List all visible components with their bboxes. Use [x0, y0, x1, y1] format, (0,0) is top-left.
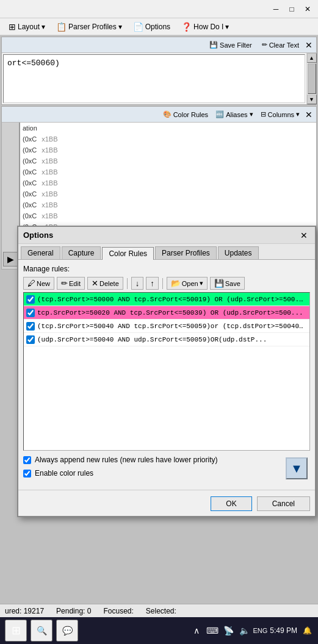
new-rule-label: New: [37, 280, 50, 287]
captured-label: ured:: [5, 607, 24, 615]
menu-parser-profiles-label: Parser Profiles: [68, 23, 117, 31]
filter-panel: 💾 Save Filter ✏ Clear Text ✕ ort<=50060)…: [1, 37, 317, 105]
cancel-button[interactable]: Cancel: [257, 496, 310, 511]
tab-color-rules[interactable]: Color Rules: [102, 247, 154, 260]
close-button[interactable]: ✕: [300, 3, 316, 15]
clear-text-label: Clear Text: [269, 41, 299, 49]
delete-rule-icon: ✕: [92, 279, 98, 288]
tab-parser-profiles[interactable]: Parser Profiles: [155, 246, 217, 259]
always-append-checkbox[interactable]: [23, 456, 31, 464]
tab-updates[interactable]: Updates: [218, 246, 259, 259]
menu-parser-profiles[interactable]: 📋 Parser Profiles ▾: [52, 21, 126, 33]
chevron-up-icon[interactable]: ∧: [190, 624, 203, 637]
menu-layout[interactable]: ⊞ Layout ▾: [5, 21, 49, 33]
packet-panel-close-button[interactable]: ✕: [303, 109, 315, 121]
pending-label: Pending:: [56, 607, 85, 615]
save-rules-label: Save: [225, 280, 240, 287]
minimize-button[interactable]: ─: [268, 3, 284, 15]
how-do-i-icon: ❓: [181, 22, 192, 32]
filter-scroll-down[interactable]: ▼: [307, 95, 317, 104]
packet-row-6[interactable]: (0xCx1BB: [20, 188, 316, 199]
ok-button[interactable]: OK: [211, 496, 251, 511]
rule-4-checkbox[interactable]: [26, 335, 35, 344]
search-taskbar-button[interactable]: 🔍: [31, 620, 52, 642]
color-rules-button[interactable]: 🎨 Color Rules: [160, 109, 211, 120]
keyboard-icon[interactable]: ⌨: [206, 624, 219, 637]
packet-row-5[interactable]: (0xCx1BB: [20, 177, 316, 188]
menu-how-do-i[interactable]: ❓ How Do I ▾: [178, 21, 233, 33]
enable-color-row: Enable color rules: [23, 469, 310, 478]
move-down-button[interactable]: ↓: [131, 277, 144, 290]
chat-taskbar-button[interactable]: 💬: [56, 620, 78, 642]
always-append-label: Always append new rules (new rules have …: [35, 456, 217, 464]
open-rules-button[interactable]: 📂 Open ▾: [167, 277, 208, 290]
packet-row-2[interactable]: (0xCx1BB: [20, 145, 316, 156]
rule-2-checkbox[interactable]: [26, 309, 35, 317]
dialog-title: Options: [23, 231, 53, 240]
start-button[interactable]: ⊞: [5, 620, 27, 642]
move-down-icon: ↓: [136, 279, 140, 288]
filter-content-area[interactable]: ort<=50060): [3, 54, 305, 103]
pending-status: Pending: 0: [56, 607, 91, 615]
captured-value: 19217: [24, 607, 44, 615]
arrow-down-icon: ▼: [291, 462, 303, 476]
packet-row-8[interactable]: (0xCx1BB: [20, 210, 316, 221]
focused-label: Focused:: [103, 607, 133, 615]
clear-text-button[interactable]: ✏ Clear Text: [258, 40, 303, 50]
network-icon[interactable]: 📡: [222, 624, 234, 637]
filter-scroll-up[interactable]: ▲: [307, 53, 317, 63]
tab-capture[interactable]: Capture: [62, 246, 101, 259]
side-arrow-button[interactable]: ▶: [3, 252, 18, 267]
toolbar-separator: [127, 278, 128, 289]
rule-row-3[interactable]: (tcp.SrcPort>=50040 AND tcp.SrcPort<=500…: [24, 320, 309, 333]
new-rule-button[interactable]: 🖊 New: [23, 277, 54, 290]
rule-row-1[interactable]: (tcp.SrcPort>=50000 AND tcp.SrcPort<=500…: [24, 293, 309, 306]
columns-button[interactable]: ⊟ Columns ▾: [258, 109, 303, 120]
save-filter-button[interactable]: 💾 Save Filter: [206, 40, 256, 50]
parser-profiles-arrow-icon: ▾: [118, 23, 122, 31]
taskbar-system-icons: ∧ ⌨ 📡 🔈 ENG 5:49 PM 🔔: [190, 624, 313, 637]
rule-1-text: (tcp.SrcPort>=50000 AND tcp.SrcPort<=500…: [37, 296, 307, 303]
delete-rule-button[interactable]: ✕ Delete: [87, 277, 123, 290]
aliases-icon: 🔤: [215, 110, 224, 118]
packet-row-4[interactable]: (0xCx1BB: [20, 166, 316, 177]
packet-row-7[interactable]: (0xCx1BB: [20, 199, 316, 210]
save-rules-button[interactable]: 💾 Save: [210, 277, 245, 290]
aliases-label: Aliases: [226, 111, 247, 118]
filter-scroll-thumb[interactable]: [308, 63, 316, 94]
time-display: 5:49 PM: [270, 626, 297, 635]
maximize-button[interactable]: □: [284, 3, 300, 15]
dialog-close-button[interactable]: ✕: [298, 229, 310, 242]
parser-profiles-icon: 📋: [56, 22, 67, 32]
volume-icon[interactable]: 🔈: [238, 624, 250, 637]
taskbar-time: 5:49 PM: [270, 626, 297, 635]
rule-row-2[interactable]: tcp.SrcPort>=50020 AND tcp.SrcPort<=5003…: [24, 306, 309, 320]
tab-general[interactable]: General: [21, 246, 60, 259]
focused-status: Focused:: [103, 607, 133, 615]
move-up-button[interactable]: ↑: [146, 277, 159, 290]
color-preview-arrow: ▼: [286, 457, 308, 479]
edit-rule-icon: ✏: [61, 279, 68, 288]
packet-row-1[interactable]: (0xCx1BB: [20, 134, 316, 145]
packet-row-ation: ation: [20, 123, 316, 134]
taskbar: ⊞ 🔍 💬 ∧ ⌨ 📡 🔈 ENG 5:49 PM 🔔: [0, 617, 318, 644]
columns-arrow-icon: ▾: [296, 110, 300, 118]
how-do-i-arrow-icon: ▾: [225, 23, 229, 31]
edit-rule-button[interactable]: ✏ Edit: [57, 277, 85, 290]
columns-label: Columns: [268, 111, 294, 118]
dialog-body: Manage rules: 🖊 New ✏ Edit ✕ Delete ↓ ↑: [18, 260, 315, 482]
rule-1-checkbox[interactable]: [26, 295, 35, 304]
pending-value: 0: [87, 607, 92, 615]
save-filter-icon: 💾: [209, 41, 218, 49]
menu-options[interactable]: 📄 Options: [129, 21, 174, 33]
enable-color-checkbox[interactable]: [23, 470, 31, 478]
rule-3-checkbox[interactable]: [26, 322, 35, 331]
tab-bar: General Capture Color Rules Parser Profi…: [18, 244, 315, 260]
rule-row-4[interactable]: (udp.SrcPort>=50040 AND udp.SrcPort<=500…: [24, 333, 309, 346]
packet-row-3[interactable]: (0xCx1BB: [20, 156, 316, 166]
rules-toolbar: 🖊 New ✏ Edit ✕ Delete ↓ ↑ 📂 Open ▾: [23, 277, 310, 290]
filter-text: ort<=50060): [7, 59, 60, 68]
filter-close-button[interactable]: ✕: [303, 39, 315, 51]
aliases-button[interactable]: 🔤 Aliases ▾: [212, 109, 256, 120]
notifications-icon[interactable]: 🔔: [301, 624, 313, 637]
